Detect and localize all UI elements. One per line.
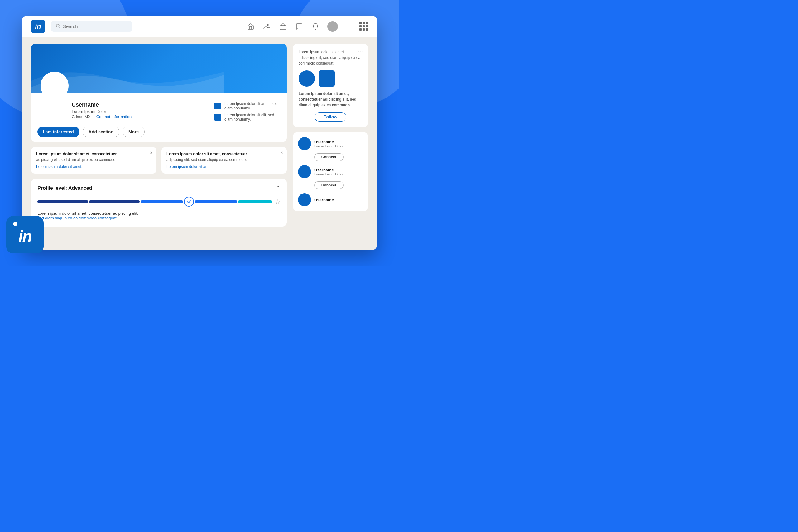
search-input[interactable] (63, 24, 128, 29)
progress-seg-5 (238, 201, 272, 203)
grid-dot (363, 28, 365, 31)
linkedin-logo-large: in (6, 216, 44, 253)
profile-level-card: Profile level: Advanced ⌃ (31, 178, 287, 227)
notif-body-2: adipiscing elit, sed diam aliquip ex ea … (167, 157, 282, 162)
people-icon[interactable] (263, 22, 271, 31)
browser-window: in (22, 16, 377, 250)
follow-card-body: Lorem ipsum dolor sit amet, consectetuer… (299, 91, 362, 108)
person-info-2: Username Lorem Ipsum Dolor (314, 168, 343, 176)
follow-button[interactable]: Follow (315, 112, 346, 121)
person-row-2: Username Lorem Ipsum Dolor Connect (298, 165, 363, 189)
person-col-1: Username Lorem Ipsum Dolor Connect (298, 137, 343, 161)
home-icon[interactable] (246, 22, 255, 31)
card-menu-icon[interactable]: ··· (358, 48, 363, 55)
connect-button-2[interactable]: Connect (314, 182, 343, 189)
notif-close-1[interactable]: × (150, 150, 153, 156)
connect-button-1[interactable]: Connect (314, 153, 343, 161)
stat-item-2: Lorem ipsum dolor sit elit, sed diam non… (214, 113, 281, 121)
person-avatar-3 (298, 193, 311, 206)
profile-location: Cdmx. MX · Contact Information (72, 114, 132, 119)
contact-info-link[interactable]: Contact Information (96, 114, 132, 119)
grid-dot (366, 28, 368, 31)
search-icon (56, 23, 60, 29)
profile-username: Username (72, 101, 132, 108)
profile-actions: I am interested Add section More (31, 127, 287, 142)
notification-row: × Lorem ipsum dolor sit amet, consectetu… (31, 147, 287, 174)
person-name-3: Username (314, 197, 363, 202)
profile-text: Username Lorem Ipsum Dolor Cdmx. MX · Co… (72, 101, 132, 119)
grid-dot (366, 25, 368, 27)
nav-logo-text: in (35, 22, 41, 31)
more-button[interactable]: More (122, 127, 145, 137)
main-content: Username Lorem Ipsum Dolor Cdmx. MX · Co… (22, 37, 377, 250)
level-header: Profile level: Advanced ⌃ (37, 185, 281, 192)
progress-seg-3 (140, 201, 183, 203)
progress-segments (37, 197, 272, 207)
profile-card: Username Lorem Ipsum Dolor Cdmx. MX · Co… (31, 44, 287, 142)
svg-point-3 (268, 24, 269, 25)
notif-close-2[interactable]: × (280, 150, 283, 156)
brand-circle-logo (299, 71, 315, 87)
person-sub-1: Lorem Ipsum Dolor (314, 144, 343, 148)
grid-dot (363, 22, 365, 24)
person-sub-2: Lorem Ipsum Dolor (314, 172, 343, 176)
notif-link-2[interactable]: Lorem ipsum dolor sit amet. (167, 165, 213, 169)
progress-bar-container: ☆ (37, 197, 281, 207)
people-card: Username Lorem Ipsum Dolor Connect Usern… (293, 132, 368, 211)
search-bar[interactable] (51, 21, 132, 32)
follow-card-logos (299, 71, 362, 87)
person-name-2: Username (314, 168, 343, 172)
messaging-icon[interactable] (295, 22, 304, 31)
person-col-2: Username Lorem Ipsum Dolor Connect (298, 165, 343, 189)
profile-banner (31, 44, 287, 94)
stat-icon-2 (214, 114, 221, 120)
location-text: Cdmx. MX (72, 114, 91, 119)
brand-square-logo (319, 71, 335, 87)
grid-icon[interactable] (359, 22, 368, 31)
grid-dot (359, 28, 362, 31)
notif-link-1[interactable]: Lorem ipsum dolor sit amet. (36, 165, 82, 169)
notifications-icon[interactable] (311, 22, 320, 31)
right-column: ··· Lorem ipsum dolor sit amet, adipisci… (293, 44, 368, 244)
level-desc-main: Lorem ipsum dolor sit amet, consectetuer… (37, 211, 138, 216)
stat-text-1: Lorem ipsum dolor sit amet, sed diam non… (225, 101, 281, 110)
add-section-button[interactable]: Add section (82, 127, 119, 137)
logo-dot (13, 222, 17, 226)
center-column: Username Lorem Ipsum Dolor Cdmx. MX · Co… (31, 44, 287, 244)
svg-point-0 (56, 24, 59, 27)
progress-check (184, 197, 194, 207)
level-desc: Lorem ipsum dolor sit amet, consectetuer… (37, 211, 281, 220)
level-title: Profile level: Advanced (37, 186, 92, 191)
notification-card-2: × Lorem ipsum dolor sit amet, consectetu… (162, 147, 287, 174)
collapse-icon[interactable]: ⌃ (276, 185, 281, 192)
nav-linkedin-logo[interactable]: in (31, 20, 45, 33)
svg-point-2 (265, 24, 267, 26)
profile-info-row: Username Lorem Ipsum Dolor Cdmx. MX · Co… (31, 97, 287, 127)
person-row-3: Username (298, 193, 363, 206)
interested-button[interactable]: I am interested (37, 127, 79, 137)
stat-icon-1 (214, 102, 221, 109)
nav-icons (246, 20, 368, 33)
person-avatar-2 (298, 165, 311, 178)
person-name-1: Username (314, 140, 343, 144)
progress-seg-1 (37, 201, 88, 203)
person-avatar-1 (298, 137, 311, 150)
briefcase-icon[interactable] (279, 22, 287, 31)
svg-rect-4 (280, 25, 286, 30)
grid-dot (363, 25, 365, 27)
follow-card: ··· Lorem ipsum dolor sit amet, adipisci… (293, 44, 368, 127)
notif-title-2: Lorem ipsum dolor sit amet, consectetuer (167, 151, 282, 156)
navbar: in (22, 16, 377, 37)
person-info-3: Username (314, 197, 363, 202)
person-row-1: Username Lorem Ipsum Dolor Connect (298, 137, 363, 161)
person-info-1: Username Lorem Ipsum Dolor (314, 140, 343, 148)
avatar[interactable] (327, 21, 338, 32)
grid-dot (359, 25, 362, 27)
follow-card-desc: Lorem ipsum dolor sit amet, adipiscing e… (299, 49, 362, 66)
profile-subtitle: Lorem Ipsum Dolor (72, 109, 132, 114)
stat-item-1: Lorem ipsum dolor sit amet, sed diam non… (214, 101, 281, 110)
star-icon[interactable]: ☆ (275, 198, 281, 205)
logo-in-text: in (18, 227, 32, 246)
grid-dot (359, 22, 362, 24)
stat-text-2: Lorem ipsum dolor sit elit, sed diam non… (225, 113, 281, 121)
